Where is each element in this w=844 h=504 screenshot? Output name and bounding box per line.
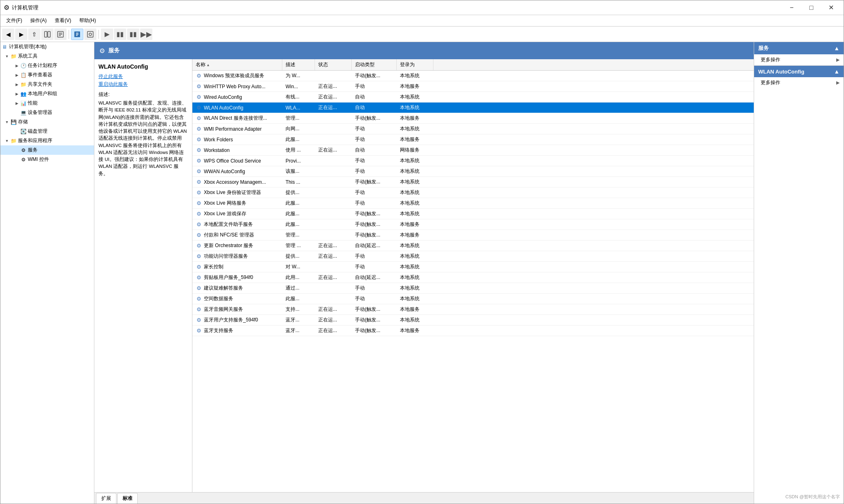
right-action-more-ops-2[interactable]: 更多操作 ▶ — [754, 77, 844, 88]
table-row[interactable]: ⚙Xbox Live 身份验证管理器提供...手动本地系统 — [192, 187, 754, 198]
table-row[interactable]: ⚙蓝牙音频网关服务支持...正在运...手动(触发...本地服务 — [192, 304, 754, 315]
table-row[interactable]: ⚙WLAN AutoConfigWLA...正在运...自动本地系统 — [192, 103, 754, 113]
service-list-panel: 名称 ▲ 描述 状态 启动类型 登录为 — [192, 59, 754, 492]
expand-users[interactable]: ▶ — [13, 91, 20, 97]
table-row[interactable]: ⚙付款和 NFC/SE 管理器管理...手动(触发...本地服务 — [192, 230, 754, 241]
expand-storage[interactable]: ▼ — [4, 119, 10, 125]
col-desc[interactable]: 描述 — [282, 59, 315, 70]
expand-system-tools[interactable]: ▼ — [4, 53, 10, 60]
table-row[interactable]: ⚙剪贴板用户服务_594f0此用...正在运...自动(延迟...本地系统 — [192, 272, 754, 283]
expand-disk[interactable] — [13, 128, 20, 135]
sidebar-item-local-users[interactable]: ▶ 👥 本地用户和组 — [0, 89, 94, 98]
toolbar-service-active[interactable] — [71, 29, 83, 40]
table-row[interactable]: ⚙蓝牙支持服务蓝牙...正在运...手动(触发...本地服务 — [192, 326, 754, 336]
toolbar-properties[interactable] — [54, 29, 67, 40]
sidebar-root[interactable]: 🖥 计算机管理(本地) — [0, 42, 94, 51]
col-startup[interactable]: 启动类型 — [352, 59, 397, 70]
expand-event[interactable]: ▶ — [13, 72, 20, 78]
sidebar-item-system-tools[interactable]: ▼ 📁 系统工具 — [0, 51, 94, 61]
expand-wmi[interactable] — [13, 156, 20, 163]
col-logon[interactable]: 登录为 — [397, 59, 433, 70]
table-row[interactable]: ⚙更新 Orchestrator 服务管理 ...正在运...自动(延迟...本… — [192, 241, 754, 251]
table-row[interactable]: ⚙本地配置文件助手服务此服...手动(触发...本地服务 — [192, 219, 754, 230]
maximize-button[interactable]: □ — [802, 2, 821, 14]
col-status[interactable]: 状态 — [315, 59, 352, 70]
toolbar-resume[interactable]: ▶▶ — [140, 29, 152, 40]
right-section2-arrow[interactable]: ▲ — [834, 68, 840, 75]
service-logon-cell: 网络服务 — [397, 145, 433, 155]
toolbar-show-hide-tree[interactable] — [41, 29, 54, 40]
service-logon-cell: 本地系统 — [397, 294, 433, 304]
service-desc-cell: 通过... — [282, 283, 315, 293]
table-row[interactable]: ⚙Windows 预览体验成员服务为 W...手动(触发...本地系统 — [192, 71, 754, 81]
table-row[interactable]: ⚙Wired AutoConfig有线...正在运...自动本地系统 — [192, 92, 754, 103]
sidebar-item-event-viewer[interactable]: ▶ 📋 事件查看器 — [0, 70, 94, 80]
toolbar-up[interactable]: ⇧ — [28, 29, 40, 40]
service-desc-cell: 此服... — [282, 294, 315, 304]
toolbar-stop[interactable]: ▮▮ — [114, 29, 126, 40]
sidebar-item-storage[interactable]: ▼ 💾 存储 — [0, 117, 94, 127]
table-row[interactable]: ⚙WWAN AutoConfig该服...手动本地系统 — [192, 166, 754, 177]
sidebar-item-device-manager[interactable]: 💻 设备管理器 — [0, 108, 94, 117]
restart-service-link[interactable]: 重启动此服务 — [98, 81, 188, 88]
sidebar-item-shared-folders[interactable]: ▶ 📁 共享文件夹 — [0, 80, 94, 89]
expand-svc[interactable] — [13, 147, 20, 154]
expand-shared[interactable]: ▶ — [13, 81, 20, 88]
service-logon-cell: 本地服务 — [397, 304, 433, 314]
sidebar-item-services-apps[interactable]: ▼ 📁 服务和应用程序 — [0, 136, 94, 145]
table-row[interactable]: ⚙Workstation使用 ...正在运...自动网络服务 — [192, 145, 754, 156]
table-row[interactable]: ⚙WPS Office Cloud ServiceProvi...手动本地系统 — [192, 156, 754, 166]
right-section1-arrow[interactable]: ▲ — [834, 45, 840, 51]
table-row[interactable]: ⚙WLAN Direct 服务连接管理...管理...手动(触发...本地服务 — [192, 113, 754, 124]
table-row[interactable]: ⚙建议疑难解答服务通过...手动本地系统 — [192, 283, 754, 294]
expand-task[interactable]: ▶ — [13, 62, 20, 69]
right-action-more-ops-1[interactable]: 更多操作 ▶ — [754, 54, 844, 65]
service-logon-cell: 本地系统 — [397, 156, 433, 166]
expand-svc-apps[interactable]: ▼ — [4, 138, 10, 144]
table-row[interactable]: ⚙WMI Performance Adapter向网...手动本地系统 — [192, 124, 754, 134]
table-row[interactable]: ⚙Xbox Live 网络服务此服...手动本地系统 — [192, 198, 754, 209]
close-button[interactable]: ✕ — [822, 2, 840, 14]
table-row[interactable]: ⚙Xbox Accessory Managem...This ...手动(触发.… — [192, 177, 754, 187]
minimize-button[interactable]: − — [782, 2, 801, 14]
toolbar-forward[interactable]: ▶ — [15, 29, 27, 40]
col-name[interactable]: 名称 ▲ — [192, 59, 282, 70]
service-name-cell: ⚙Workstation — [192, 145, 282, 155]
expand-device[interactable] — [13, 109, 20, 116]
service-desc-cell: 管理... — [282, 230, 315, 240]
stop-service-link[interactable]: 停止此服务 — [98, 73, 188, 80]
table-row[interactable]: ⚙WinHTTP Web Proxy Auto...Win...正在运...手动… — [192, 81, 754, 92]
table-row[interactable]: ⚙功能访问管理器服务提供...正在运...手动本地系统 — [192, 251, 754, 262]
title-bar: ⚙ 计算机管理 − □ ✕ — [0, 0, 844, 15]
sidebar-item-disk-management[interactable]: 💽 磁盘管理 — [0, 127, 94, 136]
sidebar-item-wmi[interactable]: ⚙ WMI 控件 — [0, 155, 94, 164]
toolbar-back[interactable]: ◀ — [2, 29, 14, 40]
table-row[interactable]: ⚙Xbox Live 游戏保存此服...手动(触发...本地系统 — [192, 209, 754, 219]
table-row[interactable]: ⚙空间数据服务此服...手动本地系统 — [192, 294, 754, 304]
toolbar-play[interactable]: ▶ — [101, 29, 113, 40]
service-desc-cell: 提供... — [282, 187, 315, 198]
service-desc-cell: 此服... — [282, 219, 315, 230]
table-row[interactable]: ⚙蓝牙用户支持服务_594f0蓝牙...正在运...手动(触发...本地系统 — [192, 315, 754, 326]
toolbar-pause[interactable]: ▮▮ — [127, 29, 139, 40]
right-action-label-2: 更多操作 — [761, 79, 780, 86]
tab-expand[interactable]: 扩展 — [96, 493, 116, 504]
expand-perf[interactable]: ▶ — [13, 100, 20, 107]
sidebar-item-services[interactable]: ⚙ 服务 — [0, 145, 94, 155]
service-logon-cell: 本地系统 — [397, 272, 433, 283]
menu-file[interactable]: 文件(F) — [2, 16, 26, 26]
menu-action[interactable]: 操作(A) — [26, 16, 51, 26]
service-logon-cell: 本地系统 — [397, 241, 433, 251]
svg-rect-0 — [45, 31, 47, 37]
sidebar-item-performance[interactable]: ▶ 📊 性能 — [0, 98, 94, 108]
service-desc-cell: 管理 ... — [282, 241, 315, 251]
sidebar-item-task-scheduler[interactable]: ▶ 🕐 任务计划程序 — [0, 61, 94, 70]
computer-icon: 🖥 — [1, 44, 8, 50]
tab-standard[interactable]: 标准 — [117, 493, 138, 504]
table-row[interactable]: ⚙家长控制对 W...手动本地系统 — [192, 262, 754, 272]
table-row[interactable]: ⚙Work Folders此服...手动本地服务 — [192, 134, 754, 145]
service-status-cell: 正在运... — [315, 103, 352, 113]
menu-view[interactable]: 查看(V) — [51, 16, 75, 26]
menu-help[interactable]: 帮助(H) — [75, 16, 100, 26]
toolbar-service-view[interactable] — [84, 29, 96, 40]
